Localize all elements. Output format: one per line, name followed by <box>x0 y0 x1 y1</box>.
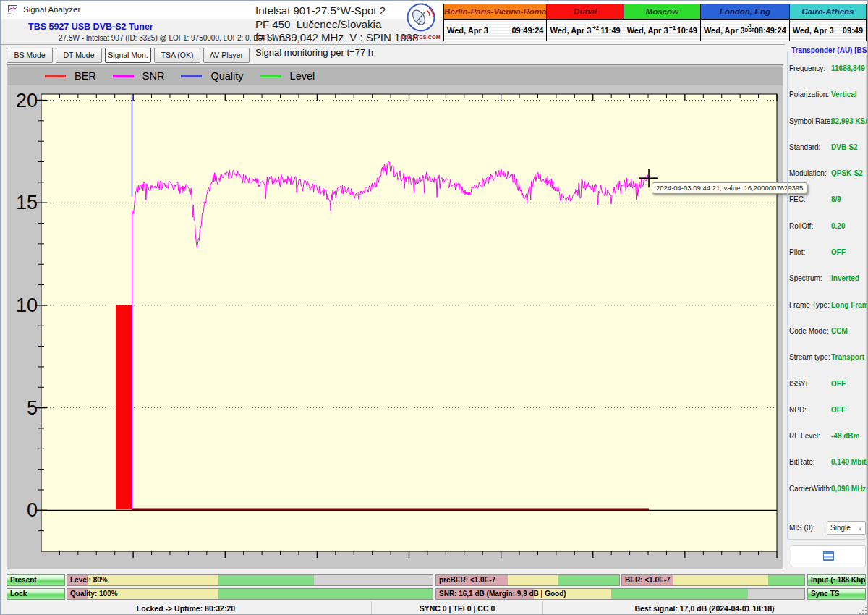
statusbar-best-signal: Best signal: 17,0 dB (2024-04-01 18:18) <box>543 601 866 615</box>
transponder-row-fec: FEC:8/9 <box>789 195 866 221</box>
quality-progressbar: Quality: 100% <box>67 588 433 600</box>
transponder-row-carrierwidth: CarrierWidth:0,098 MHz <box>789 485 866 511</box>
transponder-value: OFF <box>831 406 846 414</box>
plot-area[interactable] <box>7 65 783 569</box>
clock-moscow: MoscowWed, Apr 3+110:49 <box>624 4 701 41</box>
transponder-value: OFF <box>831 248 846 256</box>
transponder-row-bitrate: BitRate:0,140 Mbit/s <box>789 458 866 484</box>
transponder-label: FEC: <box>789 195 831 203</box>
transponder-label: RF Level: <box>789 432 831 440</box>
mis-label: MIS (0): <box>789 524 815 532</box>
tuner-name: TBS 5927 USB DVB-S2 Tuner <box>28 22 153 32</box>
transponder-label: Spectrum: <box>789 274 831 282</box>
target-frequency: f=11 689,042 MHz_V : SPIN 1038 <box>255 31 418 45</box>
transponder-row-code-mode: Code Mode:CCM <box>789 327 866 353</box>
status-badge-sync: Sync TS <box>807 588 866 600</box>
transponder-value: OFF <box>831 380 846 388</box>
transponder-value: 0,098 MHz <box>831 485 866 493</box>
mode-tabs: BS ModeDT ModeSignal Mon.TSA (OK)AV Play… <box>7 48 250 63</box>
tab-bs-mode[interactable]: BS Mode <box>7 48 53 63</box>
tuner-info: 27.5W - Intelsat 907 (ID: 3325) @ LOF1: … <box>59 34 287 42</box>
clock-time-value: 09:49:24 <box>511 26 543 35</box>
preber-progressbar: preBER: <1.0E-7 <box>435 574 620 586</box>
status-badge-present: Present <box>7 574 65 586</box>
transponder-value: 8/9 <box>831 195 841 203</box>
clock-utc-offset: +2 <box>591 25 600 31</box>
transponder-row-frequency: Frequency:11688,849 MHz <box>789 64 866 90</box>
transponder-value: 11688,849 MHz <box>831 64 868 72</box>
clock-time-row: Wed, Apr 309:49 <box>790 20 866 41</box>
status-badge-input: Input (~188 Kbps) <box>807 574 866 586</box>
ts-record-button[interactable] <box>791 545 866 567</box>
signal-analyzer-window: Signal Analyzer TBS 5927 USB DVB-S2 Tune… <box>0 0 868 615</box>
clock-berlin-paris-vienna-roma: Berlin-Paris-Vienna-RomaWed, Apr 309:49:… <box>444 4 547 41</box>
clock-utc-offset: -1DST <box>745 24 754 33</box>
statusbar: Locked -> Uptime: 80:32:20 SYNC 0 | TEI … <box>1 601 868 615</box>
transponder-value: -48 dBm <box>831 432 859 440</box>
mis-row: MIS (0): Single ∨ <box>789 521 866 535</box>
transponder-label: Modulation: <box>789 169 831 177</box>
clock-city-label: Cairo-Athens <box>790 4 866 20</box>
satellite-dish-icon <box>404 3 438 33</box>
tab-dt-mode[interactable]: DT Mode <box>56 48 102 63</box>
transponder-row-modulation: Modulation:QPSK-S2 <box>789 169 866 195</box>
clock-utc-offset: +1 <box>668 25 677 31</box>
transponder-row-stream-type: Stream type:Transport <box>789 353 866 379</box>
mis-selected-value: Single <box>830 524 851 532</box>
transponder-title: Transponder (AU) [BS] <box>790 46 868 54</box>
statusbar-lock-uptime: Locked -> Uptime: 80:32:20 <box>1 601 372 615</box>
transponder-row-polarization: Polarization:Vertical <box>789 90 866 116</box>
clock-date: Wed, Apr 3 <box>793 26 834 35</box>
clock-city-label: Moscow <box>624 4 700 20</box>
transponder-label: CarrierWidth: <box>789 485 831 493</box>
signal-chart[interactable]: BERSNRQualityLevel 05101520 2024-04-03 0… <box>7 64 783 569</box>
clock-time-value: 11:49 <box>600 26 621 35</box>
transponder-label: NPD: <box>789 406 831 414</box>
dxsatcs-logo: DXSATCS.COM <box>400 3 442 43</box>
window-title: Signal Analyzer <box>23 5 80 14</box>
chevron-down-icon: ∨ <box>857 525 862 532</box>
resize-grip[interactable] <box>859 606 867 614</box>
transponder-row-frame-type: Frame Type:Long Frame <box>789 301 866 327</box>
transponder-value: 82,993 KS/s <box>831 117 868 125</box>
transponder-value: DVB-S2 <box>831 143 858 151</box>
ber-progressbar: BER: <1.0E-7 <box>621 574 805 586</box>
clock-date: Wed, Apr 3 <box>550 26 591 35</box>
clock-date: Wed, Apr 3 <box>704 26 745 35</box>
clock-cairo-athens: Cairo-AthensWed, Apr 309:49 <box>790 4 866 41</box>
transponder-row-npd: NPD:OFF <box>789 406 866 432</box>
tab-tsa-ok[interactable]: TSA (OK) <box>154 48 200 63</box>
transponder-row-pilot: Pilot:OFF <box>789 248 866 274</box>
transponder-value: QPSK-S2 <box>831 169 863 177</box>
chart-tooltip: 2024-04-03 09.44.21, value: 16,200000762… <box>652 182 807 194</box>
target-info: Intelsat 901-27.5°W-Spot 2 PF 450_Lučene… <box>255 4 418 45</box>
monitoring-caption: Signal monitoring per t=77 h <box>255 47 373 58</box>
statusbar-sync-counters: SYNC 0 | TEI 0 | CC 0 <box>372 601 543 615</box>
transponder-value: Vertical <box>831 90 857 98</box>
disk-icon <box>823 551 834 561</box>
transponder-label: RollOff: <box>789 222 831 230</box>
transponder-value: Long Frame <box>831 301 868 309</box>
transponder-label: Standard: <box>789 143 831 151</box>
clock-time-row: Wed, Apr 3+110:49 <box>624 20 700 41</box>
target-satellite: Intelsat 901-27.5°W-Spot 2 <box>255 4 418 18</box>
tab-av-player[interactable]: AV Player <box>203 48 250 63</box>
world-clocks: Berlin-Paris-Vienna-RomaWed, Apr 309:49:… <box>443 4 867 41</box>
transponder-label: ISSYI <box>789 380 831 388</box>
clock-dubai: DubaiWed, Apr 3+211:49 <box>547 4 624 41</box>
app-icon <box>7 4 19 15</box>
transponder-rows: Frequency:11688,849 MHzPolarization:Vert… <box>789 64 866 511</box>
mis-dropdown[interactable]: Single ∨ <box>827 521 866 535</box>
transponder-label: Code Mode: <box>789 327 831 335</box>
clock-time-row: Wed, Apr 3-1DST08:49:24 <box>701 20 789 41</box>
clock-time-row: Wed, Apr 3+211:49 <box>547 20 623 41</box>
transponder-label: Frequency: <box>789 64 831 72</box>
clock-time-value: 10:49 <box>677 26 697 35</box>
clock-time-value: 08:49:24 <box>754 26 786 35</box>
tab-signal-mon[interactable]: Signal Mon. <box>105 48 151 63</box>
target-site: PF 450_Lučenec/Slovakia <box>255 18 418 32</box>
transponder-value: CCM <box>831 327 848 335</box>
clock-city-label: Berlin-Paris-Vienna-Roma <box>444 4 546 20</box>
transponder-label: Pilot: <box>789 248 831 256</box>
transponder-label: Stream type: <box>789 353 831 361</box>
